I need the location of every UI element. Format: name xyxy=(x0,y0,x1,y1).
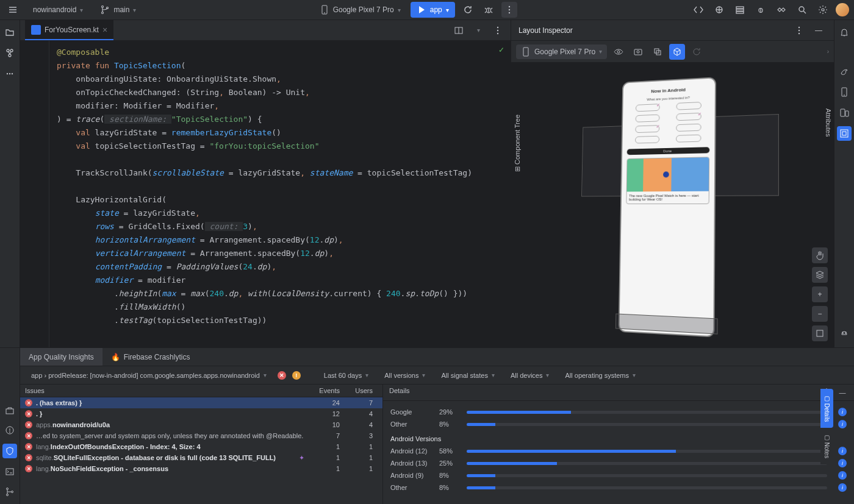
gradle-icon[interactable] xyxy=(837,64,852,79)
chevron-right-icon[interactable]: › xyxy=(827,48,829,55)
minimize-icon[interactable]: — xyxy=(811,23,827,38)
info-icon[interactable]: i xyxy=(838,420,847,428)
hamburger-icon[interactable] xyxy=(5,2,21,18)
vcs-tool-icon[interactable] xyxy=(2,484,17,499)
device-manager-icon[interactable] xyxy=(837,105,852,120)
issue-row[interactable]: ✕ sqlite.SQLiteFullException - database … xyxy=(20,452,382,463)
signal-filter[interactable]: All signal states▾ xyxy=(436,369,499,382)
topbar: nowinandroid ▾ main ▾ Google Pixel 7 Pro… xyxy=(0,0,854,20)
search-icon[interactable] xyxy=(794,2,810,18)
info-icon[interactable]: i xyxy=(838,408,847,416)
zoom-in-button[interactable]: + xyxy=(812,286,828,302)
split-editor-icon[interactable] xyxy=(451,23,467,38)
details-panel: Details — Google 29% i Other xyxy=(383,385,854,504)
svg-rect-52 xyxy=(841,130,848,137)
debug-tool-icon[interactable] xyxy=(753,2,769,18)
build-tool-icon[interactable] xyxy=(2,403,17,417)
info-icon[interactable]: i xyxy=(838,483,847,492)
inspector-3d-canvas[interactable]: ⊞ Component Tree Attributes Now in Andro… xyxy=(511,63,834,347)
problems-tool-icon[interactable] xyxy=(2,424,17,438)
phone-preview: Now in Android What are you interested i… xyxy=(618,77,716,337)
inspector-more-icon[interactable] xyxy=(791,23,807,38)
events-header: Events xyxy=(304,387,347,394)
refresh-inspector-icon[interactable] xyxy=(689,44,705,60)
fit-button[interactable] xyxy=(812,325,828,341)
stacked-icon[interactable] xyxy=(732,2,748,18)
refresh-icon xyxy=(463,5,473,15)
structure-tool-icon[interactable] xyxy=(2,46,17,60)
app-breadcrumb[interactable]: app › prodRelease: [now-in-android] com.… xyxy=(26,369,271,382)
info-icon[interactable]: i xyxy=(838,471,847,480)
warning-badge[interactable]: ! xyxy=(292,371,301,380)
issue-row[interactable]: ✕ apps.nowinandroid/u0a 10 4 xyxy=(20,419,382,430)
issue-row[interactable]: ✕ lang.IndexOutOfBoundsException - Index… xyxy=(20,441,382,452)
rerun-button[interactable] xyxy=(460,2,476,18)
more-tools-icon[interactable] xyxy=(2,66,17,81)
debug-button[interactable] xyxy=(481,2,497,18)
aqi-tab[interactable]: App Quality Insights xyxy=(20,348,102,366)
run-button[interactable]: app ▾ xyxy=(411,2,455,18)
crashlytics-tab[interactable]: 🔥 Firebase Crashlytics xyxy=(102,348,199,366)
ai-sparkle-icon[interactable]: ✦ xyxy=(299,454,304,462)
issue-row[interactable]: ✕ . } 12 4 xyxy=(20,408,382,419)
issue-row[interactable]: ✕ …ed to system_server and system apps o… xyxy=(20,430,382,441)
layout-inspector-icon[interactable] xyxy=(837,126,852,141)
eye-icon[interactable] xyxy=(611,44,626,60)
editor-more-icon[interactable] xyxy=(490,23,506,38)
project-tool-icon[interactable] xyxy=(2,25,17,40)
export-icon[interactable] xyxy=(650,44,666,60)
snapshot-icon[interactable] xyxy=(630,44,646,60)
issue-row[interactable]: ✕ lang.NoSuchFieldException - _consensus… xyxy=(20,463,382,474)
devices-filter[interactable]: All devices▾ xyxy=(506,369,554,382)
handshake-icon[interactable] xyxy=(773,2,789,18)
pan-button[interactable] xyxy=(812,247,828,263)
notes-side-tab[interactable]: ▢ Notes xyxy=(820,428,833,464)
right-tool-rail xyxy=(834,20,854,347)
minimize-icon[interactable]: — xyxy=(837,387,848,398)
versions-filter[interactable]: All versions▾ xyxy=(379,369,430,382)
app-quality-icon[interactable] xyxy=(2,444,17,458)
editor-tab[interactable]: ForYouScreen.kt × xyxy=(25,20,113,40)
editor-dropdown-icon[interactable]: ▾ xyxy=(470,23,486,38)
branch-dropdown[interactable]: main ▾ xyxy=(95,2,141,17)
svg-rect-56 xyxy=(6,409,13,414)
time-filter[interactable]: Last 60 days▾ xyxy=(319,369,373,382)
svg-line-11 xyxy=(491,8,492,9)
3d-mode-icon[interactable] xyxy=(669,44,685,60)
layers-button[interactable] xyxy=(812,267,828,283)
device-selector[interactable]: Google Pixel 7 Pro ▾ xyxy=(315,2,406,17)
details-side-tab[interactable]: ▢ Details xyxy=(820,389,833,428)
attributes-tab[interactable]: Attributes xyxy=(825,108,832,137)
svg-rect-47 xyxy=(817,330,823,336)
code-with-me-icon[interactable] xyxy=(691,2,706,18)
component-tree-tab[interactable]: ⊞ Component Tree xyxy=(513,115,521,172)
settings-icon[interactable] xyxy=(815,2,831,18)
more-run-button[interactable] xyxy=(501,2,517,18)
chevron-down-icon: ▾ xyxy=(133,7,136,13)
info-icon[interactable]: i xyxy=(838,459,847,467)
android-icon[interactable] xyxy=(837,328,852,343)
bottom-panel: App Quality Insights 🔥 Firebase Crashlyt… xyxy=(0,347,854,504)
issue-row[interactable]: ✕ . (has extras) } 24 7 xyxy=(20,397,382,408)
done-button: Done xyxy=(626,147,709,155)
os-filter[interactable]: All operating systems▾ xyxy=(560,369,640,382)
project-dropdown[interactable]: nowinandroid ▾ xyxy=(28,3,88,16)
svg-point-16 xyxy=(509,12,510,13)
ai-assist-icon[interactable] xyxy=(711,2,727,18)
notifications-icon[interactable] xyxy=(837,25,852,40)
error-badge[interactable]: ✕ xyxy=(278,371,286,380)
kotlin-file-icon xyxy=(31,25,41,35)
close-tab-icon[interactable]: × xyxy=(102,25,107,35)
more-vertical-icon xyxy=(504,5,514,15)
info-icon[interactable]: i xyxy=(838,447,847,455)
zoom-out-button[interactable]: − xyxy=(812,306,828,322)
terminal-tool-icon[interactable] xyxy=(2,464,17,479)
inspector-device-selector[interactable]: Google Pixel 7 Pro ▾ xyxy=(516,44,607,59)
emulator-icon[interactable] xyxy=(837,85,852,99)
user-avatar[interactable] xyxy=(836,3,849,16)
svg-point-15 xyxy=(509,9,510,10)
inspector-title: Layout Inspector xyxy=(518,26,573,35)
device-stat-row: Google 29% i xyxy=(390,406,847,418)
code-editor[interactable]: ✓ @Composable private fun TopicSelection… xyxy=(20,41,511,347)
svg-rect-43 xyxy=(634,49,642,55)
